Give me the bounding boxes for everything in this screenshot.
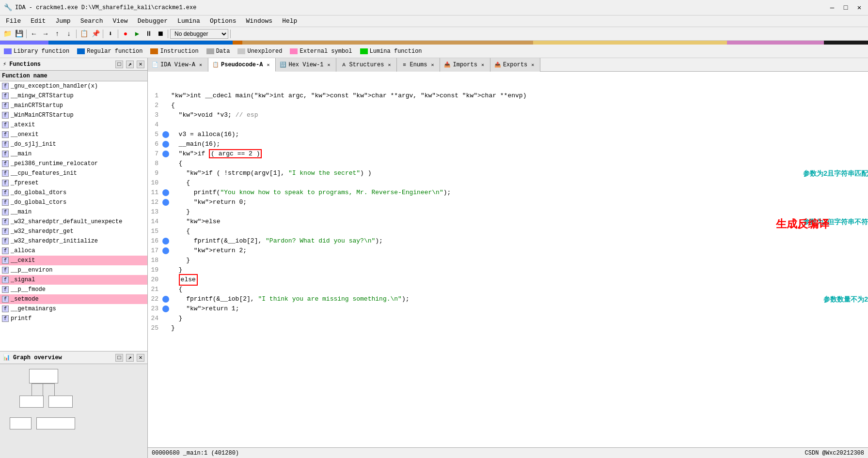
function-item[interactable]: f_WinMainCRTStartup xyxy=(0,110,147,120)
tab-close-pseudocode-a[interactable]: ✕ xyxy=(265,61,271,68)
back-button[interactable]: ← xyxy=(29,29,39,39)
tab-structures[interactable]: AStructures✕ xyxy=(336,58,397,72)
code-area[interactable]: 1"kw">int __cdecl main("kw">int argc, "k… xyxy=(148,72,868,447)
tab-imports[interactable]: 📥Imports✕ xyxy=(440,58,490,72)
close-button[interactable]: ✕ xyxy=(854,3,864,13)
function-item[interactable]: f__getmainargs xyxy=(0,304,147,314)
open-button[interactable]: 📁 xyxy=(2,29,13,39)
function-item[interactable]: f_signal xyxy=(0,275,147,285)
graph-icon: 📊 xyxy=(3,354,10,361)
save-button[interactable]: 💾 xyxy=(14,29,24,39)
functions-list[interactable]: f_gnu_exception_handler(x)f__mingw_CRTSt… xyxy=(0,81,147,351)
menu-item-edit[interactable]: Edit xyxy=(27,16,49,26)
function-item[interactable]: f__cexit xyxy=(0,256,147,265)
pause-button[interactable]: ⏸ xyxy=(143,29,154,39)
function-item[interactable]: f_do_sjlj_init xyxy=(0,139,147,149)
tab-close-exports[interactable]: ✕ xyxy=(529,61,536,68)
function-name: __main xyxy=(11,209,32,215)
graph-new-btn[interactable]: □ xyxy=(115,354,123,362)
tab-icon-imports: 📥 xyxy=(444,61,451,68)
tab-exports[interactable]: 📤Exports✕ xyxy=(490,58,540,72)
up-button[interactable]: ↑ xyxy=(52,29,63,39)
menu-item-help[interactable]: Help xyxy=(278,16,301,26)
highlighted-condition: ( argc == 2 ) xyxy=(209,149,262,158)
menu-item-options[interactable]: Options xyxy=(206,16,240,26)
menu-item-view[interactable]: View xyxy=(109,16,131,26)
function-icon: f xyxy=(2,180,9,186)
function-item[interactable]: fprintf xyxy=(0,314,147,323)
function-icon: f xyxy=(2,286,9,293)
code-line: 14 "kw">else参数为2但字符串不符 xyxy=(148,217,868,227)
menu-item-file[interactable]: File xyxy=(2,16,25,26)
menu-item-lumina[interactable]: Lumina xyxy=(174,16,204,26)
graph-float-btn[interactable]: ↗ xyxy=(126,354,134,362)
graph-close-btn[interactable]: ✕ xyxy=(137,354,144,362)
function-item[interactable]: f_gnu_exception_handler(x) xyxy=(0,81,147,91)
breakpoint-dot xyxy=(162,189,169,196)
tab-ida-view-a[interactable]: 📄IDA View-A✕ xyxy=(148,58,208,72)
code-line: 25} xyxy=(148,323,868,333)
debugger-select[interactable]: No debugger xyxy=(170,29,228,39)
jump-button[interactable]: ⬇ xyxy=(105,29,116,39)
legend-regular: Regular function xyxy=(77,48,142,55)
function-icon: f xyxy=(2,228,9,235)
function-item[interactable]: f__cpu_features_init xyxy=(0,168,147,178)
function-item[interactable]: f_do_global_ctors xyxy=(0,198,147,207)
tab-pseudocode-a[interactable]: 📋Pseudocode-A✕ xyxy=(208,58,276,72)
function-item[interactable]: f_w32_sharedptr_get xyxy=(0,227,147,236)
code-line: 13 } xyxy=(148,207,868,217)
breakpoint-button[interactable]: ● xyxy=(120,29,131,39)
legend-data: Data xyxy=(206,48,230,55)
tab-close-hex-view-1[interactable]: ✕ xyxy=(325,61,332,68)
function-item[interactable]: f__onexit xyxy=(0,130,147,139)
tab-hex-view-1[interactable]: 🔢Hex View-1✕ xyxy=(276,58,336,72)
function-item[interactable]: f_pei386_runtime_relocator xyxy=(0,159,147,168)
function-item[interactable]: f_mainCRTStartup xyxy=(0,101,147,110)
tab-close-ida-view-a[interactable]: ✕ xyxy=(197,61,204,68)
function-item[interactable]: f_atexit xyxy=(0,120,147,130)
functions-new-btn[interactable]: □ xyxy=(115,61,123,68)
function-icon: f xyxy=(2,141,9,148)
line-number: 6 xyxy=(148,139,162,149)
down-button[interactable]: ↓ xyxy=(63,29,74,39)
copy-button[interactable]: 📋 xyxy=(79,29,89,39)
legend-library-label: Library function xyxy=(14,48,69,55)
tab-close-imports[interactable]: ✕ xyxy=(479,61,486,68)
breakpoint-dot xyxy=(162,199,169,206)
maximize-button[interactable]: □ xyxy=(841,3,851,13)
functions-close-btn[interactable]: ✕ xyxy=(137,61,144,68)
function-item[interactable]: f__p__fmode xyxy=(0,285,147,294)
function-item[interactable]: f_setmode xyxy=(0,294,147,304)
function-icon: f xyxy=(2,247,9,254)
function-icon: f xyxy=(2,122,9,128)
tab-close-enums[interactable]: ✕ xyxy=(429,61,436,68)
function-item[interactable]: f__main xyxy=(0,207,147,217)
stop-button[interactable]: ⏹ xyxy=(155,29,166,39)
minimize-button[interactable]: — xyxy=(827,3,837,13)
menu-item-jump[interactable]: Jump xyxy=(51,16,74,26)
function-icon: f xyxy=(2,257,9,264)
function-item[interactable]: f__main xyxy=(0,149,147,159)
function-item[interactable]: f_alloca xyxy=(0,246,147,256)
line-content: else xyxy=(171,274,868,286)
menu-item-windows[interactable]: Windows xyxy=(242,16,277,26)
tab-icon-structures: A xyxy=(340,62,347,68)
line-content: fprintf(&__iob[2], "Pardon? What did you… xyxy=(171,236,868,246)
forward-button[interactable]: → xyxy=(40,29,51,39)
functions-float-btn[interactable]: ↗ xyxy=(126,61,134,68)
run-button[interactable]: ▶ xyxy=(132,29,142,39)
legend-external-color xyxy=(290,48,298,54)
function-item[interactable]: f_w32_sharedptr_initialize xyxy=(0,236,147,246)
legend-unexplored-color xyxy=(237,48,245,54)
tab-enums[interactable]: ≡Enums✕ xyxy=(397,58,440,72)
function-item[interactable]: f_do_global_dtors xyxy=(0,188,147,198)
function-icon: f xyxy=(2,83,9,90)
function-item[interactable]: f__p__environ xyxy=(0,265,147,275)
menu-item-search[interactable]: Search xyxy=(77,16,107,26)
function-item[interactable]: f_w32_sharedptr_default_unexpecte xyxy=(0,217,147,227)
function-item[interactable]: f__mingw_CRTStartup xyxy=(0,91,147,101)
menu-item-debugger[interactable]: Debugger xyxy=(134,16,172,26)
paste-button[interactable]: 📌 xyxy=(90,29,101,39)
tab-close-structures[interactable]: ✕ xyxy=(386,61,393,68)
function-item[interactable]: f_fpreset xyxy=(0,178,147,188)
